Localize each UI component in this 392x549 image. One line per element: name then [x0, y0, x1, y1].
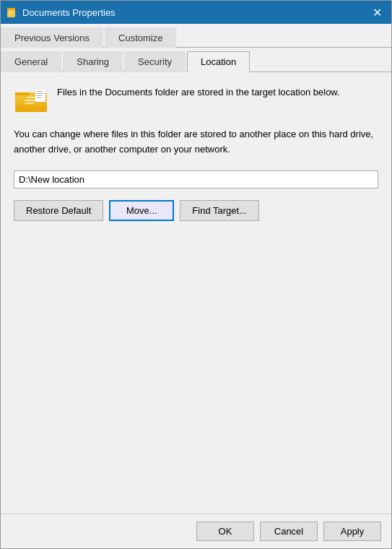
tab-security[interactable]: Security [124, 51, 186, 72]
tab-general[interactable]: General [1, 51, 61, 72]
tab-location[interactable]: Location [187, 51, 250, 72]
svg-rect-3 [9, 12, 14, 12]
action-buttons-row: Restore Default Move... Find Target... [14, 200, 378, 221]
folder-icon [14, 85, 48, 114]
close-button[interactable]: ✕ [368, 4, 386, 21]
svg-rect-14 [37, 98, 41, 98]
svg-rect-11 [37, 91, 43, 92]
info-text: Files in the Documents folder are stored… [57, 85, 340, 100]
info-section: Files in the Documents folder are stored… [14, 85, 378, 114]
tab-sharing[interactable]: Sharing [63, 51, 123, 72]
find-target-button[interactable]: Find Target... [180, 200, 259, 221]
restore-default-button[interactable]: Restore Default [14, 200, 103, 221]
title-bar-icon [6, 7, 18, 18]
location-input-row [14, 170, 378, 189]
svg-rect-4 [9, 13, 12, 14]
move-button[interactable]: Move... [109, 200, 174, 221]
footer: OK Cancel Apply [1, 514, 391, 548]
title-bar: Documents Properties ✕ [1, 1, 391, 24]
tab-previous-versions[interactable]: Previous Versions [1, 27, 103, 48]
dialog-title: Documents Properties [22, 7, 364, 18]
documents-properties-dialog: Documents Properties ✕ Previous Versions… [0, 0, 392, 549]
tabs-row-top: Previous Versions Customize [1, 24, 391, 48]
cancel-button[interactable]: Cancel [260, 522, 318, 541]
location-input[interactable] [14, 170, 378, 189]
description-section: You can change where files in this folde… [14, 127, 378, 157]
svg-rect-13 [37, 95, 43, 96]
tab-customize[interactable]: Customize [105, 27, 176, 48]
svg-rect-9 [25, 103, 35, 104]
svg-rect-2 [9, 10, 14, 11]
ok-button[interactable]: OK [196, 522, 254, 541]
apply-button[interactable]: Apply [323, 522, 381, 541]
content-area: Files in the Documents folder are stored… [1, 72, 391, 514]
tabs-row-bottom: General Sharing Security Location [1, 48, 391, 72]
svg-rect-12 [37, 93, 44, 94]
